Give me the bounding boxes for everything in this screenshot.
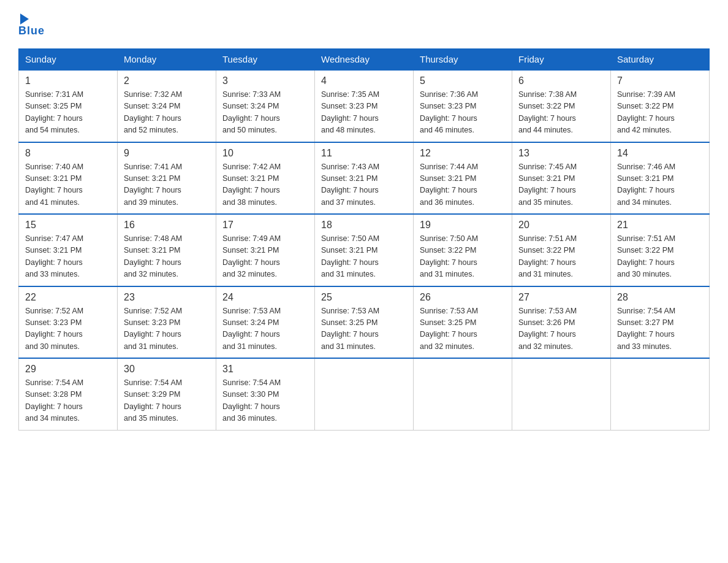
day-number: 1	[25, 75, 111, 86]
day-info: Sunrise: 7:53 AMSunset: 3:25 PMDaylight:…	[420, 305, 506, 353]
day-number: 29	[25, 364, 111, 375]
day-number: 12	[420, 148, 506, 159]
day-info: Sunrise: 7:35 AMSunset: 3:23 PMDaylight:…	[321, 89, 407, 137]
logo: Blue	[18, 12, 45, 37]
calendar-day-cell: 13Sunrise: 7:45 AMSunset: 3:21 PMDayligh…	[512, 142, 611, 215]
logo-arrow-icon	[20, 13, 29, 25]
day-info: Sunrise: 7:46 AMSunset: 3:21 PMDaylight:…	[617, 161, 703, 209]
day-info: Sunrise: 7:41 AMSunset: 3:21 PMDaylight:…	[124, 161, 210, 209]
day-info: Sunrise: 7:43 AMSunset: 3:21 PMDaylight:…	[321, 161, 407, 209]
day-number: 19	[420, 220, 506, 231]
day-number: 7	[617, 75, 703, 86]
day-info: Sunrise: 7:50 AMSunset: 3:22 PMDaylight:…	[420, 233, 506, 281]
calendar-day-cell: 28Sunrise: 7:54 AMSunset: 3:27 PMDayligh…	[611, 286, 710, 359]
calendar-week-row: 8Sunrise: 7:40 AMSunset: 3:21 PMDaylight…	[19, 142, 710, 215]
calendar-day-cell: 11Sunrise: 7:43 AMSunset: 3:21 PMDayligh…	[315, 142, 414, 215]
day-info: Sunrise: 7:53 AMSunset: 3:25 PMDaylight:…	[321, 305, 407, 353]
calendar-day-cell: 29Sunrise: 7:54 AMSunset: 3:28 PMDayligh…	[19, 358, 118, 430]
calendar-day-cell: 16Sunrise: 7:48 AMSunset: 3:21 PMDayligh…	[118, 214, 216, 286]
day-info: Sunrise: 7:53 AMSunset: 3:24 PMDaylight:…	[222, 305, 308, 353]
day-number: 25	[321, 292, 407, 303]
calendar-header-monday: Monday	[118, 49, 216, 71]
day-info: Sunrise: 7:52 AMSunset: 3:23 PMDaylight:…	[25, 305, 111, 353]
day-number: 9	[124, 148, 210, 159]
day-number: 22	[25, 292, 111, 303]
day-number: 10	[222, 148, 308, 159]
day-info: Sunrise: 7:52 AMSunset: 3:23 PMDaylight:…	[124, 305, 210, 353]
day-number: 24	[222, 292, 308, 303]
calendar-day-cell: 20Sunrise: 7:51 AMSunset: 3:22 PMDayligh…	[512, 214, 611, 286]
day-info: Sunrise: 7:39 AMSunset: 3:22 PMDaylight:…	[617, 89, 703, 137]
calendar-day-cell: 21Sunrise: 7:51 AMSunset: 3:22 PMDayligh…	[611, 214, 710, 286]
day-info: Sunrise: 7:40 AMSunset: 3:21 PMDaylight:…	[25, 161, 111, 209]
calendar-day-cell: 4Sunrise: 7:35 AMSunset: 3:23 PMDaylight…	[315, 70, 414, 142]
day-info: Sunrise: 7:31 AMSunset: 3:25 PMDaylight:…	[25, 89, 111, 137]
day-number: 8	[25, 148, 111, 159]
calendar-header-tuesday: Tuesday	[216, 49, 315, 71]
day-info: Sunrise: 7:42 AMSunset: 3:21 PMDaylight:…	[222, 161, 308, 209]
calendar-day-cell: 25Sunrise: 7:53 AMSunset: 3:25 PMDayligh…	[315, 286, 414, 359]
day-info: Sunrise: 7:54 AMSunset: 3:30 PMDaylight:…	[222, 377, 308, 425]
day-info: Sunrise: 7:38 AMSunset: 3:22 PMDaylight:…	[518, 89, 604, 137]
day-number: 28	[617, 292, 703, 303]
day-info: Sunrise: 7:54 AMSunset: 3:29 PMDaylight:…	[124, 377, 210, 425]
calendar-table: SundayMondayTuesdayWednesdayThursdayFrid…	[18, 48, 710, 431]
calendar-day-cell: 2Sunrise: 7:32 AMSunset: 3:24 PMDaylight…	[118, 70, 216, 142]
day-number: 31	[222, 364, 308, 375]
calendar-day-cell: 27Sunrise: 7:53 AMSunset: 3:26 PMDayligh…	[512, 286, 611, 359]
day-number: 23	[124, 292, 210, 303]
calendar-day-cell: 7Sunrise: 7:39 AMSunset: 3:22 PMDaylight…	[611, 70, 710, 142]
day-number: 5	[420, 75, 506, 86]
day-info: Sunrise: 7:53 AMSunset: 3:26 PMDaylight:…	[518, 305, 604, 353]
day-info: Sunrise: 7:36 AMSunset: 3:23 PMDaylight:…	[420, 89, 506, 137]
calendar-header-friday: Friday	[512, 49, 611, 71]
calendar-day-cell: 24Sunrise: 7:53 AMSunset: 3:24 PMDayligh…	[216, 286, 315, 359]
day-info: Sunrise: 7:51 AMSunset: 3:22 PMDaylight:…	[617, 233, 703, 281]
calendar-day-cell	[315, 358, 414, 430]
day-number: 13	[518, 148, 604, 159]
calendar-day-cell: 17Sunrise: 7:49 AMSunset: 3:21 PMDayligh…	[216, 214, 315, 286]
calendar-header-sunday: Sunday	[19, 49, 118, 71]
calendar-day-cell: 3Sunrise: 7:33 AMSunset: 3:24 PMDaylight…	[216, 70, 315, 142]
day-info: Sunrise: 7:50 AMSunset: 3:21 PMDaylight:…	[321, 233, 407, 281]
calendar-header-thursday: Thursday	[414, 49, 512, 71]
calendar-day-cell: 9Sunrise: 7:41 AMSunset: 3:21 PMDaylight…	[118, 142, 216, 215]
calendar-day-cell: 26Sunrise: 7:53 AMSunset: 3:25 PMDayligh…	[414, 286, 512, 359]
calendar-day-cell: 10Sunrise: 7:42 AMSunset: 3:21 PMDayligh…	[216, 142, 315, 215]
day-info: Sunrise: 7:51 AMSunset: 3:22 PMDaylight:…	[518, 233, 604, 281]
calendar-week-row: 29Sunrise: 7:54 AMSunset: 3:28 PMDayligh…	[19, 358, 710, 430]
day-number: 21	[617, 220, 703, 231]
day-number: 26	[420, 292, 506, 303]
calendar-day-cell	[512, 358, 611, 430]
calendar-day-cell	[611, 358, 710, 430]
day-number: 30	[124, 364, 210, 375]
calendar-day-cell: 5Sunrise: 7:36 AMSunset: 3:23 PMDaylight…	[414, 70, 512, 142]
day-number: 18	[321, 220, 407, 231]
calendar-day-cell: 19Sunrise: 7:50 AMSunset: 3:22 PMDayligh…	[414, 214, 512, 286]
day-info: Sunrise: 7:54 AMSunset: 3:27 PMDaylight:…	[617, 305, 703, 353]
day-info: Sunrise: 7:44 AMSunset: 3:21 PMDaylight:…	[420, 161, 506, 209]
day-info: Sunrise: 7:32 AMSunset: 3:24 PMDaylight:…	[124, 89, 210, 137]
day-number: 16	[124, 220, 210, 231]
day-info: Sunrise: 7:54 AMSunset: 3:28 PMDaylight:…	[25, 377, 111, 425]
calendar-week-row: 22Sunrise: 7:52 AMSunset: 3:23 PMDayligh…	[19, 286, 710, 359]
day-number: 17	[222, 220, 308, 231]
calendar-day-cell: 12Sunrise: 7:44 AMSunset: 3:21 PMDayligh…	[414, 142, 512, 215]
calendar-day-cell: 30Sunrise: 7:54 AMSunset: 3:29 PMDayligh…	[118, 358, 216, 430]
calendar-day-cell: 8Sunrise: 7:40 AMSunset: 3:21 PMDaylight…	[19, 142, 118, 215]
day-number: 20	[518, 220, 604, 231]
calendar-day-cell: 23Sunrise: 7:52 AMSunset: 3:23 PMDayligh…	[118, 286, 216, 359]
day-number: 14	[617, 148, 703, 159]
day-number: 6	[518, 75, 604, 86]
day-number: 27	[518, 292, 604, 303]
calendar-day-cell	[414, 358, 512, 430]
page-header: Blue	[18, 12, 710, 37]
day-info: Sunrise: 7:33 AMSunset: 3:24 PMDaylight:…	[222, 89, 308, 137]
day-number: 15	[25, 220, 111, 231]
calendar-day-cell: 18Sunrise: 7:50 AMSunset: 3:21 PMDayligh…	[315, 214, 414, 286]
day-number: 11	[321, 148, 407, 159]
day-info: Sunrise: 7:47 AMSunset: 3:21 PMDaylight:…	[25, 233, 111, 281]
day-number: 4	[321, 75, 407, 86]
calendar-week-row: 1Sunrise: 7:31 AMSunset: 3:25 PMDaylight…	[19, 70, 710, 142]
calendar-day-cell: 6Sunrise: 7:38 AMSunset: 3:22 PMDaylight…	[512, 70, 611, 142]
